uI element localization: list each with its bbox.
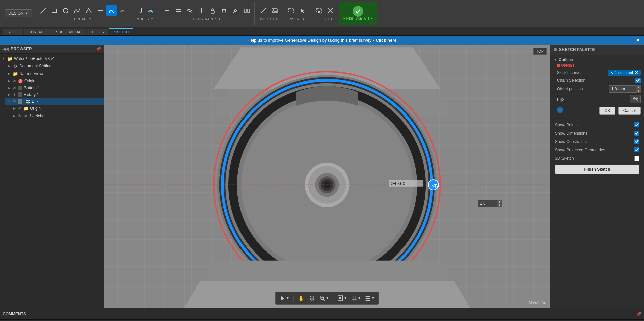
finish-sketch-section: FINISH SKETCH ▼ [339, 2, 377, 25]
extend-icon[interactable] [95, 5, 105, 16]
measure-icon[interactable] [258, 5, 269, 16]
offset-increment-button[interactable]: ▲ [497, 200, 502, 203]
tree-item-bottom[interactable]: ▶ 👁 Bottom:1 [5, 85, 104, 91]
inspect-label[interactable]: INSPECT ▼ [260, 17, 278, 21]
selected-badge[interactable]: ↖ 1 selected ✕ [608, 70, 641, 76]
svg-rect-1 [52, 9, 57, 12]
perpendicular-icon[interactable] [196, 5, 207, 16]
show-dimensions-checkbox[interactable] [634, 131, 639, 136]
svg-text:◁▷: ◁▷ [432, 183, 440, 188]
chain-selection-checkbox[interactable] [635, 78, 641, 83]
triangle-icon[interactable] [83, 5, 94, 16]
survey-link[interactable]: Click here [376, 38, 396, 43]
show-projected-checkbox[interactable] [634, 147, 639, 152]
coincident-icon[interactable] [162, 5, 172, 16]
cursor-icon[interactable] [297, 5, 308, 16]
show-constraints-checkbox[interactable] [634, 139, 639, 144]
look-around-icon[interactable] [307, 293, 317, 303]
spline-icon[interactable] [72, 5, 83, 16]
tree-item-named-views[interactable]: ▶ 📁 Named Views [5, 70, 104, 77]
close-survey-button[interactable]: ✕ [636, 37, 640, 43]
design-dropdown[interactable]: DESIGN ▼ [5, 9, 32, 17]
grid-dropdown[interactable]: ▼ [350, 294, 362, 302]
options-toggle[interactable]: ▼ [554, 58, 557, 62]
display-mode-dropdown[interactable]: ▼ [336, 294, 348, 302]
tab-surface[interactable]: SURFACE [24, 29, 51, 35]
eye-icon-rotary[interactable]: 👁 [13, 93, 16, 97]
offset-icon[interactable] [145, 5, 156, 16]
rectangle-icon[interactable] [49, 5, 60, 16]
tab-tools[interactable]: TOOLS [87, 29, 108, 35]
tree-arrow-origin-child[interactable]: ▶ [12, 106, 17, 111]
finish-sketch-label[interactable]: FINISH SKETCH ▼ [343, 17, 373, 20]
offset-position-input[interactable] [609, 85, 636, 93]
sketch-3d-checkbox[interactable] [634, 156, 639, 161]
tree-arrow-doc[interactable]: ▶ [7, 64, 11, 68]
eye-icon-bottom[interactable]: 👁 [13, 86, 16, 90]
view-options-dropdown[interactable]: ▼ [363, 294, 376, 302]
select-arrow-icon[interactable] [314, 5, 324, 16]
eye-icon-origin[interactable]: 👁 [13, 79, 16, 83]
orbit-icon[interactable]: ✋ [297, 293, 306, 303]
tree-item-top[interactable]: ▼ 👁 Top:1 ● [5, 98, 104, 105]
scissors-icon[interactable]: ✂ [117, 5, 128, 16]
gear-icon: ⚙ [13, 63, 18, 69]
eye-icon-origin-child[interactable]: 👁 [18, 106, 22, 110]
offset-pos-down[interactable]: ▼ [636, 89, 641, 93]
eye-icon-top[interactable]: 👁 [13, 99, 16, 103]
midpoint-icon[interactable] [230, 5, 241, 16]
fillet-icon[interactable] [134, 5, 145, 16]
tree-arrow-rotary[interactable]: ▶ [7, 92, 11, 97]
navigation-mode-dropdown[interactable]: ▼ [278, 294, 291, 302]
circle-icon[interactable] [60, 5, 71, 16]
flip-button[interactable] [630, 95, 641, 103]
tree-arrow-top[interactable]: ▼ [7, 99, 11, 104]
tree-item-rotary[interactable]: ▶ 👁 Rotary:1 [5, 91, 104, 98]
offset-decrement-button[interactable]: ▼ [497, 203, 502, 207]
offset-inline-input[interactable] [478, 200, 497, 207]
cancel-button[interactable]: Cancel [618, 107, 641, 115]
offset-section-header: OFFSET [557, 64, 574, 67]
tab-solid[interactable]: SOLID [3, 29, 23, 35]
sidebar-pin-button[interactable]: 📌 [96, 47, 101, 51]
tab-sheet-metal[interactable]: SHEET METAL [51, 29, 86, 35]
lock-icon[interactable] [207, 5, 218, 16]
tangent-icon[interactable] [219, 5, 229, 16]
tree-arrow-sketches[interactable]: ▶ [12, 113, 17, 118]
equal-icon[interactable] [173, 5, 184, 16]
offset-pos-up[interactable]: ▲ [636, 85, 641, 89]
constraints-label[interactable]: CONSTRAINTS ▼ [193, 17, 221, 21]
tree-arrow-origin[interactable]: ▶ [7, 79, 11, 83]
arc-icon[interactable] [106, 5, 117, 16]
symmetry-icon[interactable] [241, 5, 252, 16]
parallel-icon[interactable] [184, 5, 195, 16]
insert-dashed-icon[interactable] [286, 5, 297, 16]
zoom-dropdown[interactable]: ▼ [318, 294, 330, 302]
create-label[interactable]: CREATE ▼ [74, 17, 92, 21]
tree-item-sketches[interactable]: ▶ 👁 ✏ Sketches [11, 112, 104, 120]
comments-pin-button[interactable]: 📌 [636, 312, 641, 316]
finish-sketch-panel-button[interactable]: Finish Sketch [555, 165, 639, 174]
ok-button[interactable]: OK [599, 107, 615, 115]
tree-item-origin-child[interactable]: ▶ 👁 📁 Origin [11, 105, 104, 112]
tree-arrow-views[interactable]: ▶ [7, 71, 11, 76]
insert-label[interactable]: INSERT ▼ [289, 17, 305, 21]
info-icon[interactable]: i [557, 107, 563, 113]
eye-icon-sketches[interactable]: 👁 [18, 114, 22, 118]
clear-selection-button[interactable]: ✕ [635, 70, 638, 75]
tree-arrow-bottom[interactable]: ▶ [7, 86, 11, 90]
insert-arrow: ▼ [302, 18, 305, 21]
tab-sketch[interactable]: SKETCH [109, 28, 133, 35]
deselect-icon[interactable] [325, 5, 336, 16]
sidebar-collapse-button[interactable]: ◀◀ [3, 47, 9, 51]
tree-item-root[interactable]: ▼ 📁 WaterPipeRouterV3 v1 [0, 55, 104, 62]
tree-item-doc-settings[interactable]: ▶ ⚙ Document Settings [5, 62, 104, 70]
select-label[interactable]: SELECT ▼ [316, 17, 333, 21]
tree-arrow-root[interactable]: ▼ [1, 56, 6, 61]
show-points-checkbox[interactable] [634, 122, 639, 127]
modify-label[interactable]: MODIFY ▼ [137, 17, 153, 21]
tree-item-origin[interactable]: ▶ 👁 🎯 Origin [5, 77, 104, 85]
image-icon[interactable] [269, 5, 280, 16]
comments-label: COMMENTS [3, 312, 26, 316]
line-icon[interactable] [38, 5, 48, 16]
